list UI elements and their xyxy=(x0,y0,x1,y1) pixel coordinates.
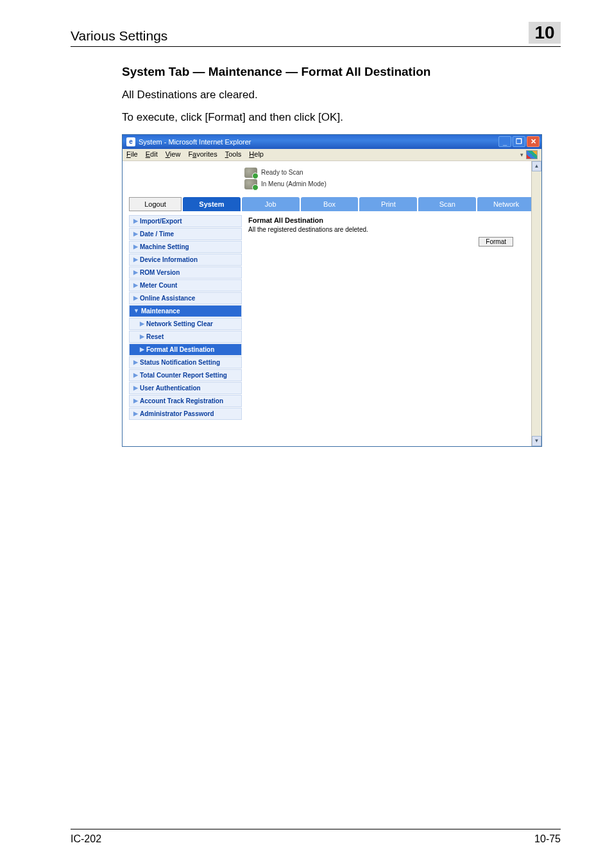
chapter-number: 10 xyxy=(529,22,561,44)
triangle-right-icon: ▶ xyxy=(140,320,144,327)
chapter-title: Various Settings xyxy=(71,28,167,44)
browser-titlebar: e System - Microsoft Internet Explorer _… xyxy=(123,135,541,149)
printer-icon xyxy=(244,168,257,178)
panel-title: Format All Destination xyxy=(248,216,532,224)
menu-file[interactable]: File xyxy=(126,150,138,159)
triangle-right-icon: ▶ xyxy=(133,359,138,365)
nav-online-assistance[interactable]: ▶Online Assistance xyxy=(129,292,242,304)
menu-favorites[interactable]: Favorites xyxy=(188,150,217,159)
triangle-right-icon: ▶ xyxy=(133,282,138,288)
menu-help[interactable]: Help xyxy=(249,150,264,159)
nav-label: Meter Count xyxy=(140,282,177,289)
nav-label: Device Information xyxy=(140,256,198,263)
tab-network[interactable]: Network xyxy=(477,197,535,211)
nav-label: Machine Setting xyxy=(140,243,189,250)
triangle-right-icon: ▶ xyxy=(133,295,138,301)
dropdown-icon[interactable]: ▾ xyxy=(520,152,523,158)
nav-maintenance[interactable]: ▼Maintenance xyxy=(129,305,242,317)
nav-label: User Authentication xyxy=(140,385,201,392)
nav-label: Total Counter Report Setting xyxy=(140,372,227,379)
nav-administrator-password[interactable]: ▶Administrator Password xyxy=(129,408,242,420)
nav-format-all-destination[interactable]: ▶Format All Destination xyxy=(129,343,242,356)
tab-row: Logout System Job Box Print Scan Network xyxy=(129,197,535,211)
triangle-right-icon: ▶ xyxy=(140,346,144,352)
tab-job[interactable]: Job xyxy=(242,197,300,211)
minimize-button[interactable]: _ xyxy=(498,136,511,147)
nav-user-authentication[interactable]: ▶User Authentication xyxy=(129,382,242,394)
triangle-down-icon: ▼ xyxy=(133,308,139,314)
window-buttons: _ ❐ ✕ xyxy=(498,136,540,147)
nav-date-time[interactable]: ▶Date / Time xyxy=(129,228,242,240)
nav-machine-setting[interactable]: ▶Machine Setting xyxy=(129,241,242,253)
nav-rom-version[interactable]: ▶ROM Version xyxy=(129,266,242,279)
menu-view[interactable]: View xyxy=(166,150,181,159)
page-footer: IC-202 10-75 xyxy=(71,829,561,845)
scroll-up-icon[interactable]: ▲ xyxy=(532,161,541,171)
nav-label: Date / Time xyxy=(140,230,174,238)
nav-label: ROM Version xyxy=(140,269,180,276)
triangle-right-icon: ▶ xyxy=(133,243,138,250)
nav-label: Reset xyxy=(146,333,164,340)
nav-label: Administrator Password xyxy=(140,410,214,417)
tab-box[interactable]: Box xyxy=(301,197,359,211)
nav-label: Import/Export xyxy=(140,218,182,225)
footer-right: 10-75 xyxy=(534,833,561,845)
browser-title: System - Microsoft Internet Explorer xyxy=(139,138,251,146)
section-heading: System Tab — Maintenance — Format All De… xyxy=(122,65,561,79)
nav-label: Online Assistance xyxy=(140,295,195,302)
nav-network-setting-clear[interactable]: ▶Network Setting Clear xyxy=(129,318,242,330)
format-button[interactable]: Format xyxy=(479,237,513,247)
status-line-2: In Menu (Admin Mode) xyxy=(261,180,327,187)
triangle-right-icon: ▶ xyxy=(133,397,138,404)
tab-print[interactable]: Print xyxy=(359,197,417,211)
triangle-right-icon: ▶ xyxy=(133,269,138,275)
scroll-down-icon[interactable]: ▼ xyxy=(532,436,541,446)
printer-status: Ready to Scan In Menu (Admin Mode) xyxy=(129,168,535,189)
status-line-1: Ready to Scan xyxy=(261,169,303,176)
paragraph-1: All Destinations are cleared. xyxy=(122,88,561,103)
triangle-right-icon: ▶ xyxy=(133,230,138,237)
browser-page: ▲ ▼ Ready to Scan In Menu (Admin Mode) L… xyxy=(123,161,541,446)
panel-description: All the registered destinations are dele… xyxy=(248,226,532,233)
menu-tools[interactable]: Tools xyxy=(225,150,242,159)
nav-account-track-registration[interactable]: ▶Account Track Registration xyxy=(129,395,242,407)
footer-left: IC-202 xyxy=(71,833,101,845)
tab-system[interactable]: System xyxy=(183,197,241,211)
nav-meter-count[interactable]: ▶Meter Count xyxy=(129,279,242,291)
nav-import-export[interactable]: ▶Import/Export xyxy=(129,215,242,227)
windows-flag-icon[interactable] xyxy=(526,150,538,159)
ie-icon: e xyxy=(126,137,135,146)
logout-button[interactable]: Logout xyxy=(129,197,182,211)
close-button[interactable]: ✕ xyxy=(527,136,540,147)
maximize-button[interactable]: ❐ xyxy=(513,136,525,147)
nav-label: Network Setting Clear xyxy=(146,320,213,327)
triangle-right-icon: ▶ xyxy=(133,410,138,417)
triangle-right-icon: ▶ xyxy=(133,385,138,391)
nav-label: Account Track Registration xyxy=(140,397,223,404)
nav-status-notification[interactable]: ▶Status Notification Setting xyxy=(129,356,242,369)
triangle-right-icon: ▶ xyxy=(140,333,144,340)
nav-reset[interactable]: ▶Reset xyxy=(129,331,242,343)
menu-edit[interactable]: Edit xyxy=(146,150,158,159)
nav-label: Format All Destination xyxy=(146,346,214,353)
nav-label: Status Notification Setting xyxy=(140,359,220,366)
printer-icon xyxy=(244,179,257,189)
triangle-right-icon: ▶ xyxy=(133,218,138,224)
tab-scan[interactable]: Scan xyxy=(418,197,476,211)
vertical-scrollbar[interactable]: ▲ ▼ xyxy=(531,161,541,446)
chapter-header: Various Settings 10 xyxy=(71,22,561,47)
nav-total-counter-report[interactable]: ▶Total Counter Report Setting xyxy=(129,369,242,381)
nav-label: Maintenance xyxy=(141,308,180,315)
triangle-right-icon: ▶ xyxy=(133,372,138,378)
paragraph-2: To execute, click [Format] and then clic… xyxy=(122,110,561,125)
content-panel: Format All Destination All the registere… xyxy=(246,215,535,421)
browser-window: e System - Microsoft Internet Explorer _… xyxy=(122,134,542,447)
nav-device-information[interactable]: ▶Device Information xyxy=(129,254,242,266)
triangle-right-icon: ▶ xyxy=(133,256,138,263)
side-nav: ▶Import/Export ▶Date / Time ▶Machine Set… xyxy=(129,215,242,421)
browser-menubar: File Edit View Favorites Tools Help ▾ xyxy=(123,149,541,161)
